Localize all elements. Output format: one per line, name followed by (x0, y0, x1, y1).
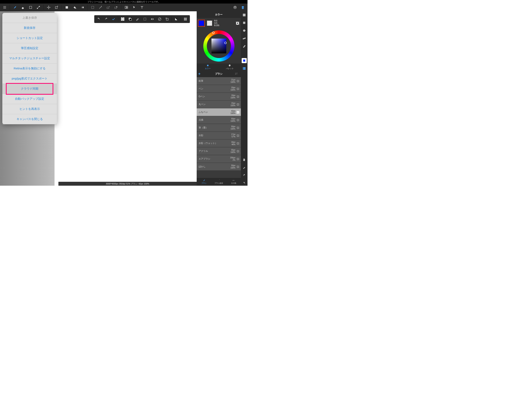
menu-item-4[interactable]: マルチタッチジェスチャー設定 (2, 53, 57, 64)
menu-button[interactable] (1, 4, 8, 11)
brush-item[interactable]: 水彩（ウェット）34px46% (197, 140, 241, 147)
right-sidebar: カラー R:0 G:5 B:255 カラー パレット + ブラシ 鉛筆21px1… (197, 11, 241, 186)
svg-rect-42 (244, 69, 245, 70)
tab-brush[interactable]: ブラシ (197, 178, 211, 186)
brush-gear-icon[interactable] (236, 149, 240, 153)
select-rect-tool[interactable] (89, 4, 96, 11)
canvas[interactable] (55, 11, 197, 186)
brush-gear-icon[interactable] (236, 118, 240, 122)
rail-ruler-icon[interactable] (242, 36, 247, 41)
text-tool[interactable] (139, 4, 146, 11)
3d-icon[interactable] (232, 4, 239, 11)
foreground-swatch[interactable] (198, 20, 205, 27)
gradient-tool[interactable] (79, 4, 86, 11)
menu-item-2[interactable]: ショートカット設定 (2, 33, 57, 43)
brush-item[interactable]: 水彩17px57% (197, 132, 241, 140)
menu-item-9[interactable]: ヒントを再表示 (2, 104, 57, 114)
tab-other[interactable]: その他 (226, 178, 241, 186)
layers-icon[interactable] (239, 4, 246, 11)
checker-icon[interactable] (119, 16, 126, 22)
svg-rect-14 (129, 19, 132, 20)
frame-tool[interactable] (123, 4, 130, 11)
contrast-icon[interactable] (173, 16, 180, 22)
brush-name: 鉛筆 (199, 79, 230, 83)
select-brush-tool[interactable] (105, 4, 112, 11)
rail-list-icon[interactable] (242, 66, 247, 71)
brush-item[interactable]: 点描50px100% (197, 116, 241, 124)
brush-tool[interactable] (12, 4, 19, 11)
brush-item[interactable]: ペン33px100% (197, 85, 241, 93)
brush-item[interactable]: 鉛筆21px100% (197, 77, 241, 85)
magic-wand-tool[interactable] (97, 4, 104, 11)
eyedropper-icon[interactable] (134, 16, 141, 22)
svg-rect-41 (243, 69, 244, 70)
brush-gear-icon[interactable] (236, 87, 240, 90)
brush-gear-icon[interactable] (236, 103, 240, 106)
menu-item-8[interactable]: 自動バックアップ設定 (2, 94, 57, 104)
gradient-point-tool[interactable] (35, 4, 42, 11)
brush-gear-icon[interactable] (236, 157, 240, 161)
eraser-tool[interactable] (19, 4, 26, 11)
bucket-tool[interactable] (71, 4, 78, 11)
brush-item[interactable]: ぼかし50px100% (197, 163, 241, 171)
brush-gear-icon[interactable] (236, 142, 240, 145)
menu-item-3[interactable]: 筆圧感知設定 (2, 43, 57, 53)
brush-gear-icon[interactable] (236, 134, 240, 137)
svg-point-21 (186, 18, 187, 19)
brush-gear-icon[interactable] (236, 79, 240, 83)
background-swatch[interactable] (206, 20, 213, 27)
undo-button[interactable] (95, 16, 102, 22)
rail-eyedropper-icon[interactable] (242, 165, 247, 170)
deselect-icon[interactable] (156, 16, 163, 22)
rail-color-icon[interactable] (242, 58, 247, 63)
svg-rect-6 (81, 7, 84, 8)
grid-icon[interactable] (182, 16, 189, 22)
fill-tool[interactable] (63, 4, 70, 11)
brush-meta: 50px100% (230, 164, 235, 169)
brush-gear-icon[interactable] (236, 95, 240, 98)
brush-item[interactable]: 丸ペン15px100% (197, 101, 241, 108)
brush-item[interactable]: 筆（墨）50px100% (197, 124, 241, 132)
menu-item-7[interactable]: クラウド同期 (2, 84, 57, 94)
brush-gear-icon[interactable] (236, 110, 240, 114)
brush-item[interactable]: Gペン18px100% (197, 93, 241, 101)
rail-hand-icon[interactable] (242, 157, 247, 162)
rail-pen-icon[interactable] (242, 44, 247, 49)
tab-palette[interactable]: パレット (219, 64, 241, 71)
rail-rotate-icon[interactable] (242, 28, 247, 33)
menu-item-10[interactable]: キャンバスを閉じる (2, 114, 57, 124)
brush-item[interactable]: アクリル55px100% (197, 147, 241, 155)
pointer-tool[interactable] (131, 4, 138, 11)
menu-item-6[interactable]: png/jpg形式でエクスポート (2, 74, 57, 84)
menu-item-5[interactable]: Retina表示を無効にする (2, 64, 57, 74)
svg-rect-17 (166, 18, 168, 20)
rail-undo-icon[interactable] (242, 180, 247, 186)
color-wheel[interactable] (197, 28, 241, 64)
brush-name: ぼかし (199, 165, 230, 168)
redo-button[interactable] (103, 16, 109, 22)
rail-select-icon[interactable] (242, 20, 247, 25)
add-brush-icon[interactable]: + (198, 72, 203, 76)
brush-gear-icon[interactable] (236, 126, 240, 129)
sort-brushes-icon[interactable] (235, 72, 239, 76)
tab-color[interactable]: カラー (197, 64, 219, 71)
color-settings-gear-icon[interactable] (235, 21, 240, 25)
rail-redo-icon[interactable] (242, 173, 247, 178)
transform-tool[interactable] (53, 4, 60, 11)
brush-gear-icon[interactable] (236, 165, 240, 168)
shape-tool[interactable] (27, 4, 34, 11)
brush-item[interactable]: エアブラシ256px2% (197, 155, 241, 163)
snap-icon[interactable] (110, 16, 117, 22)
brush-name: ペン (199, 87, 230, 90)
crop-icon[interactable] (142, 16, 148, 22)
select-erase-tool[interactable] (113, 4, 120, 11)
menu-item-1[interactable]: 新規保存 (2, 23, 57, 33)
rail-panel-icon[interactable] (242, 13, 247, 18)
brush-item[interactable]: ふちペン42px100% (197, 108, 241, 116)
tab-brush-settings[interactable]: ブラシ設定 (211, 178, 226, 186)
move-tool[interactable] (45, 4, 52, 11)
menu-item-0[interactable]: 上書き保存 (2, 13, 57, 23)
layers-copy-icon[interactable] (127, 16, 133, 22)
flip-h-icon[interactable] (149, 16, 156, 22)
rotate-icon[interactable] (164, 16, 170, 22)
